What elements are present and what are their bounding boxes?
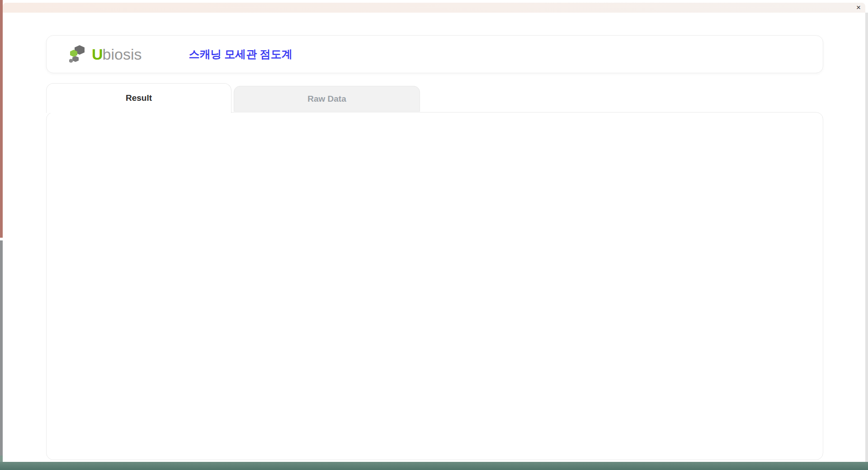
logo-text-biosis: biosis: [103, 46, 142, 63]
app-title: 스캐닝 모세관 점도계: [189, 47, 292, 61]
window-titlebar: ×: [3, 3, 865, 13]
tab-result[interactable]: Result: [46, 83, 231, 113]
header: Ubiosis 스캐닝 모세관 점도계: [46, 35, 823, 73]
desktop-bottom-bar: [0, 462, 868, 470]
hexagon-logo-icon: [67, 44, 89, 64]
ubiosis-logo: Ubiosis: [67, 44, 142, 64]
tab-raw-data[interactable]: Raw Data: [234, 86, 420, 112]
close-button[interactable]: ×: [856, 3, 861, 12]
result-panel: [46, 112, 823, 460]
desktop-edge-right: [865, 13, 868, 462]
logo-text-u: U: [92, 46, 103, 63]
